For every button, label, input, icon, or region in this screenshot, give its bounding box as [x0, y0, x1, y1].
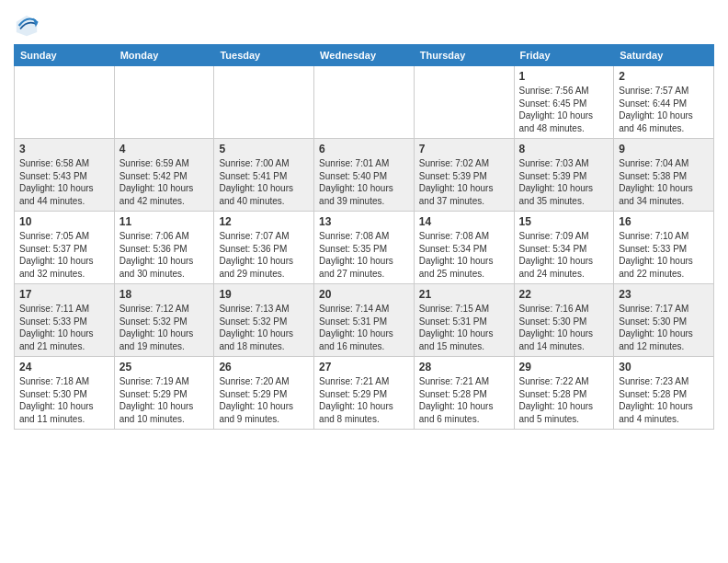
day-header-tuesday: Tuesday: [214, 45, 314, 66]
day-number: 4: [119, 143, 210, 155]
calendar-cell: [15, 66, 115, 139]
cell-info: Sunrise: 6:58 AM Sunset: 5:43 PM Dayligh…: [19, 157, 109, 207]
day-number: 21: [419, 288, 509, 301]
calendar-cell: 28Sunrise: 7:21 AM Sunset: 5:28 PM Dayli…: [414, 357, 514, 430]
calendar-cell: 29Sunrise: 7:22 AM Sunset: 5:28 PM Dayli…: [514, 357, 614, 430]
day-number: 19: [219, 288, 309, 301]
day-number: 27: [319, 361, 409, 373]
calendar-cell: 4Sunrise: 6:59 AM Sunset: 5:42 PM Daylig…: [114, 139, 214, 212]
day-number: 6: [319, 143, 409, 155]
day-number: 15: [519, 215, 609, 228]
cell-info: Sunrise: 6:59 AM Sunset: 5:42 PM Dayligh…: [119, 157, 210, 207]
day-number: 29: [519, 361, 609, 373]
calendar-cell: 11Sunrise: 7:06 AM Sunset: 5:36 PM Dayli…: [114, 212, 214, 284]
cell-info: Sunrise: 7:57 AM Sunset: 6:44 PM Dayligh…: [619, 85, 709, 134]
day-number: 24: [19, 361, 109, 373]
calendar-cell: 3Sunrise: 6:58 AM Sunset: 5:43 PM Daylig…: [15, 139, 115, 212]
day-number: 5: [219, 143, 309, 155]
calendar-cell: 26Sunrise: 7:20 AM Sunset: 5:29 PM Dayli…: [214, 357, 314, 430]
day-number: 12: [219, 215, 309, 228]
day-number: 9: [619, 143, 709, 155]
calendar-cell: 9Sunrise: 7:04 AM Sunset: 5:38 PM Daylig…: [614, 139, 714, 212]
cell-info: Sunrise: 7:22 AM Sunset: 5:28 PM Dayligh…: [519, 375, 609, 425]
calendar-cell: 1Sunrise: 7:56 AM Sunset: 6:45 PM Daylig…: [514, 66, 614, 139]
day-number: 26: [219, 361, 309, 373]
calendar-cell: 6Sunrise: 7:01 AM Sunset: 5:40 PM Daylig…: [314, 139, 415, 212]
header: [14, 9, 714, 39]
day-number: 22: [519, 288, 609, 301]
calendar-cell: 5Sunrise: 7:00 AM Sunset: 5:41 PM Daylig…: [214, 139, 314, 212]
calendar-cell: [214, 66, 314, 139]
day-header-thursday: Thursday: [414, 45, 514, 66]
header-row: SundayMondayTuesdayWednesdayThursdayFrid…: [15, 45, 714, 66]
week-row-0: 1Sunrise: 7:56 AM Sunset: 6:45 PM Daylig…: [15, 66, 714, 139]
week-row-1: 3Sunrise: 6:58 AM Sunset: 5:43 PM Daylig…: [15, 139, 714, 212]
cell-info: Sunrise: 7:13 AM Sunset: 5:32 PM Dayligh…: [219, 303, 309, 352]
calendar-cell: 14Sunrise: 7:08 AM Sunset: 5:34 PM Dayli…: [414, 212, 514, 284]
cell-info: Sunrise: 7:21 AM Sunset: 5:29 PM Dayligh…: [319, 375, 409, 425]
calendar-cell: 19Sunrise: 7:13 AM Sunset: 5:32 PM Dayli…: [214, 284, 314, 357]
cell-info: Sunrise: 7:01 AM Sunset: 5:40 PM Dayligh…: [319, 157, 409, 207]
day-number: 2: [619, 70, 709, 83]
cell-info: Sunrise: 7:07 AM Sunset: 5:36 PM Dayligh…: [219, 230, 309, 280]
cell-info: Sunrise: 7:09 AM Sunset: 5:34 PM Dayligh…: [519, 230, 609, 280]
cell-info: Sunrise: 7:00 AM Sunset: 5:41 PM Dayligh…: [219, 157, 309, 207]
calendar-cell: 17Sunrise: 7:11 AM Sunset: 5:33 PM Dayli…: [15, 284, 115, 357]
day-number: 20: [319, 288, 409, 301]
cell-info: Sunrise: 7:15 AM Sunset: 5:31 PM Dayligh…: [419, 303, 509, 352]
day-number: 14: [419, 215, 509, 228]
cell-info: Sunrise: 7:04 AM Sunset: 5:38 PM Dayligh…: [619, 157, 709, 207]
cell-info: Sunrise: 7:06 AM Sunset: 5:36 PM Dayligh…: [119, 230, 210, 280]
cell-info: Sunrise: 7:17 AM Sunset: 5:30 PM Dayligh…: [619, 303, 709, 352]
day-number: 30: [619, 361, 709, 373]
day-header-sunday: Sunday: [15, 45, 115, 66]
day-number: 25: [119, 361, 210, 373]
calendar-cell: 2Sunrise: 7:57 AM Sunset: 6:44 PM Daylig…: [614, 66, 714, 139]
day-number: 17: [19, 288, 109, 301]
calendar-cell: 10Sunrise: 7:05 AM Sunset: 5:37 PM Dayli…: [15, 212, 115, 284]
calendar-cell: 8Sunrise: 7:03 AM Sunset: 5:39 PM Daylig…: [514, 139, 614, 212]
day-number: 1: [519, 70, 609, 83]
day-number: 10: [19, 215, 109, 228]
cell-info: Sunrise: 7:08 AM Sunset: 5:35 PM Dayligh…: [319, 230, 409, 280]
week-row-4: 24Sunrise: 7:18 AM Sunset: 5:30 PM Dayli…: [15, 357, 714, 430]
calendar-cell: [314, 66, 415, 139]
cell-info: Sunrise: 7:05 AM Sunset: 5:37 PM Dayligh…: [19, 230, 109, 280]
day-number: 28: [419, 361, 509, 373]
calendar-cell: 30Sunrise: 7:23 AM Sunset: 5:28 PM Dayli…: [614, 357, 714, 430]
day-number: 13: [319, 215, 409, 228]
calendar-cell: 20Sunrise: 7:14 AM Sunset: 5:31 PM Dayli…: [314, 284, 415, 357]
calendar-cell: [114, 66, 214, 139]
cell-info: Sunrise: 7:21 AM Sunset: 5:28 PM Dayligh…: [419, 375, 509, 425]
cell-info: Sunrise: 7:08 AM Sunset: 5:34 PM Dayligh…: [419, 230, 509, 280]
day-header-saturday: Saturday: [614, 45, 714, 66]
cell-info: Sunrise: 7:16 AM Sunset: 5:30 PM Dayligh…: [519, 303, 609, 352]
day-number: 11: [119, 215, 210, 228]
day-header-monday: Monday: [114, 45, 214, 66]
calendar-cell: [414, 66, 514, 139]
calendar-header: SundayMondayTuesdayWednesdayThursdayFrid…: [15, 45, 714, 66]
cell-info: Sunrise: 7:56 AM Sunset: 6:45 PM Dayligh…: [519, 85, 609, 134]
cell-info: Sunrise: 7:14 AM Sunset: 5:31 PM Dayligh…: [319, 303, 409, 352]
logo-icon: [14, 13, 40, 39]
day-number: 7: [419, 143, 509, 155]
calendar-cell: 27Sunrise: 7:21 AM Sunset: 5:29 PM Dayli…: [314, 357, 415, 430]
cell-info: Sunrise: 7:20 AM Sunset: 5:29 PM Dayligh…: [219, 375, 309, 425]
calendar-cell: 25Sunrise: 7:19 AM Sunset: 5:29 PM Dayli…: [114, 357, 214, 430]
day-number: 23: [619, 288, 709, 301]
calendar-cell: 24Sunrise: 7:18 AM Sunset: 5:30 PM Dayli…: [15, 357, 115, 430]
cell-info: Sunrise: 7:18 AM Sunset: 5:30 PM Dayligh…: [19, 375, 109, 425]
cell-info: Sunrise: 7:10 AM Sunset: 5:33 PM Dayligh…: [619, 230, 709, 280]
calendar-cell: 16Sunrise: 7:10 AM Sunset: 5:33 PM Dayli…: [614, 212, 714, 284]
week-row-3: 17Sunrise: 7:11 AM Sunset: 5:33 PM Dayli…: [15, 284, 714, 357]
calendar-cell: 13Sunrise: 7:08 AM Sunset: 5:35 PM Dayli…: [314, 212, 415, 284]
logo: [14, 13, 43, 39]
cell-info: Sunrise: 7:03 AM Sunset: 5:39 PM Dayligh…: [519, 157, 609, 207]
day-header-friday: Friday: [514, 45, 614, 66]
day-header-wednesday: Wednesday: [314, 45, 415, 66]
cell-info: Sunrise: 7:12 AM Sunset: 5:32 PM Dayligh…: [119, 303, 210, 352]
calendar-table: SundayMondayTuesdayWednesdayThursdayFrid…: [14, 44, 714, 430]
calendar-cell: 23Sunrise: 7:17 AM Sunset: 5:30 PM Dayli…: [614, 284, 714, 357]
calendar-cell: 22Sunrise: 7:16 AM Sunset: 5:30 PM Dayli…: [514, 284, 614, 357]
day-number: 18: [119, 288, 210, 301]
